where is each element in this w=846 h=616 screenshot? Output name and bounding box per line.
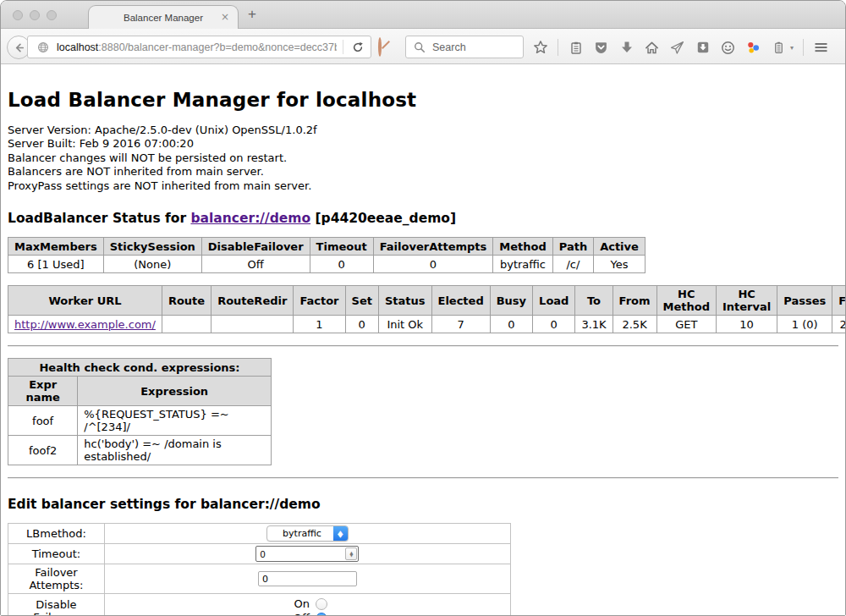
- form-row-failover-attempts: Failover Attempts:: [8, 564, 511, 594]
- table-row: http://www.example.com/ 1 0 Init Ok 7 0 …: [8, 316, 846, 333]
- save-to-device-icon[interactable]: [695, 40, 711, 56]
- cell-expression: %{REQUEST_STATUS} =~ /^[234]/: [78, 406, 272, 436]
- lbmethod-select[interactable]: bytraffic ▲▼: [266, 525, 349, 542]
- col-expr-name: Expr name: [8, 377, 78, 406]
- chevron-down-icon[interactable]: ▾: [790, 44, 794, 52]
- cell-worker-url: http://www.example.com/: [8, 316, 162, 333]
- cell-expr-name: foof: [8, 406, 78, 436]
- reload-icon[interactable]: [349, 39, 365, 55]
- bookmark-star-icon[interactable]: [532, 40, 548, 56]
- table-header-row: Health check cond. expressions:: [8, 359, 272, 377]
- server-built-line: Server Built: Feb 9 2016 07:00:20: [8, 137, 838, 151]
- cell-factor: 1: [294, 316, 345, 333]
- col-active: Active: [594, 238, 645, 256]
- bookmarks-sidebar-icon[interactable]: [568, 40, 584, 56]
- col-busy: Busy: [490, 286, 532, 316]
- close-window-button[interactable]: [13, 10, 23, 20]
- status-heading-suffix: [p4420eeae_demo]: [310, 211, 456, 226]
- tab-balancer-manager[interactable]: Balancer Manager ×: [88, 5, 239, 30]
- home-icon[interactable]: [644, 40, 660, 56]
- cell-disablefailover: Off: [201, 256, 310, 273]
- back-icon: [11, 40, 27, 56]
- section-divider: [8, 477, 838, 479]
- col-factor: Factor: [294, 286, 345, 316]
- table-row: 6 [1 Used] (None) Off 0 0 bytraffic /c/ …: [8, 256, 645, 273]
- tab-close-icon[interactable]: ×: [221, 11, 229, 23]
- toolbar-separator: [803, 39, 804, 56]
- cell-hc-method: GET: [656, 316, 716, 333]
- search-bar[interactable]: [405, 36, 524, 58]
- worker-status-table: Worker URL Route RouteRedir Factor Set S…: [8, 285, 846, 333]
- edit-balancer-form: LBmethod: bytraffic ▲▼ Timeout:: [8, 523, 511, 616]
- col-timeout: Timeout: [310, 238, 373, 256]
- cell-busy: 0: [490, 316, 532, 333]
- col-status: Status: [378, 286, 431, 316]
- cell-elected: 7: [431, 316, 490, 333]
- col-elected: Elected: [431, 286, 490, 316]
- search-input[interactable]: [432, 41, 517, 53]
- downloads-icon[interactable]: [618, 40, 634, 56]
- new-tab-button[interactable]: +: [248, 6, 256, 23]
- cell-status: Init Ok: [378, 316, 431, 333]
- failover-attempts-input[interactable]: [258, 571, 357, 586]
- inherit-notice-line: Balancers are NOT inherited from main se…: [8, 165, 838, 179]
- select-arrows-icon: ▲▼: [333, 525, 348, 542]
- worker-url-link[interactable]: http://www.example.com/: [14, 318, 156, 331]
- reading-list-icon[interactable]: [771, 40, 787, 56]
- toolbar-icons: ▾: [532, 36, 846, 59]
- col-passes: Passes: [777, 286, 832, 316]
- color-dots-extension-icon[interactable]: [745, 40, 761, 56]
- col-expression: Expression: [78, 377, 272, 406]
- cell-path: /c/: [552, 256, 593, 273]
- zoom-window-button[interactable]: [47, 10, 57, 20]
- health-check-table: Health check cond. expressions: Expr nam…: [8, 358, 272, 465]
- col-failoverattempts: FailoverAttempts: [373, 238, 493, 256]
- balancer-demo-link[interactable]: balancer://demo: [190, 211, 310, 226]
- radio-on[interactable]: [316, 598, 327, 610]
- form-row-disable-failover: Disable Failover: On Off: [8, 594, 511, 616]
- lbmethod-field-cell: bytraffic ▲▼: [104, 524, 510, 544]
- send-plane-icon[interactable]: [669, 40, 685, 56]
- blocked-icon: [378, 37, 382, 57]
- tab-bar: Balancer Manager × +: [1, 1, 845, 29]
- col-worker-url: Worker URL: [8, 286, 162, 316]
- radio-off-label: Off: [288, 612, 310, 616]
- url-bar[interactable]: localhost:8880/balancer-manager?b=demo&n…: [27, 36, 371, 58]
- lbmethod-label: LBmethod:: [8, 524, 105, 544]
- cell-maxmembers: 6 [1 Used]: [8, 256, 104, 273]
- col-hc-method: HC Method: [656, 286, 716, 316]
- health-table-title: Health check cond. expressions:: [8, 359, 272, 377]
- cell-passes: 1 (0): [777, 316, 832, 333]
- radio-off[interactable]: [316, 613, 327, 616]
- timeout-label: Timeout:: [8, 544, 105, 564]
- cell-stickysession: (None): [103, 256, 201, 273]
- col-from: From: [613, 286, 656, 316]
- col-to: To: [575, 286, 613, 316]
- search-icon: [411, 39, 427, 55]
- toolbar-separator: [558, 39, 558, 56]
- radio-on-label: On: [288, 597, 310, 610]
- timeout-input-wrap: ▲▼: [255, 546, 359, 562]
- col-set: Set: [345, 286, 378, 316]
- server-info: Server Version: Apache/2.5.0-dev (Unix) …: [8, 124, 838, 193]
- cell-method: bytraffic: [493, 256, 552, 273]
- page-title: Load Balancer Manager for localhost: [8, 89, 838, 111]
- balancer-status-heading: LoadBalancer Status for balancer://demo …: [8, 211, 838, 226]
- cell-timeout: 0: [310, 256, 373, 273]
- window-controls: [13, 10, 57, 20]
- disable-failover-label: Disable Failover:: [8, 594, 105, 616]
- table-header-row: Worker URL Route RouteRedir Factor Set S…: [8, 286, 846, 316]
- timeout-field-cell: ▲▼: [104, 544, 510, 564]
- number-spinner[interactable]: ▲▼: [345, 547, 357, 560]
- menu-hamburger-icon[interactable]: [813, 40, 829, 56]
- minimize-window-button[interactable]: [30, 10, 40, 20]
- page-content: Load Balancer Manager for localhost Serv…: [1, 64, 845, 615]
- globe-icon: [35, 39, 51, 55]
- disable-failover-field-cell: On Off: [104, 594, 510, 616]
- pocket-icon[interactable]: [593, 40, 609, 56]
- timeout-input[interactable]: [256, 549, 345, 559]
- form-row-timeout: Timeout: ▲▼: [8, 544, 511, 564]
- col-route: Route: [162, 286, 211, 316]
- tracking-protection-button[interactable]: [378, 39, 394, 55]
- feedback-smiley-icon[interactable]: [720, 40, 736, 56]
